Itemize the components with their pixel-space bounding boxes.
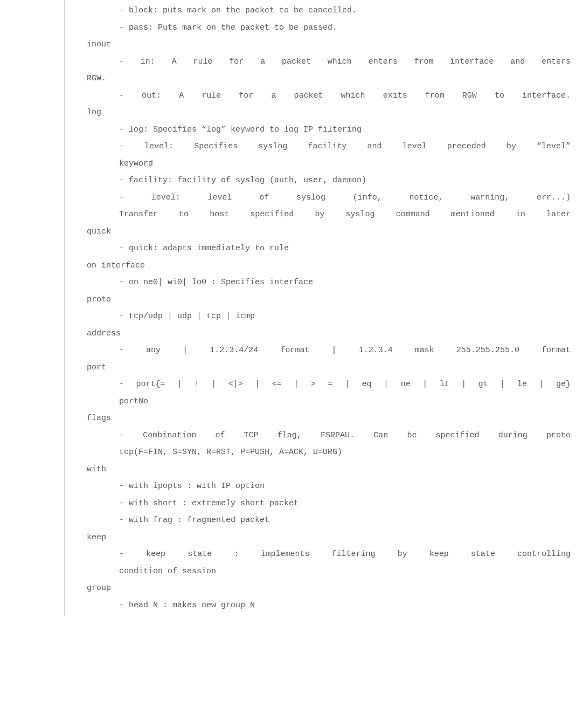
doc-line: - quick: adapts immediately to rule xyxy=(87,240,571,257)
doc-line: - Combination of TCP flag, FSRPAU. Can b… xyxy=(87,427,571,444)
doc-line: RGW. xyxy=(87,70,571,87)
doc-line: - keep state : implements filtering by k… xyxy=(87,546,571,563)
doc-line: - log: Specifies “log” keyword to log IP… xyxy=(87,121,571,139)
doc-line: - level: level of syslog (info, notice, … xyxy=(87,189,571,207)
doc-line: - head N : makes new group N xyxy=(87,597,571,614)
doc-line: - any | 1.2.3.4/24 format | 1.2.3.4 mask… xyxy=(87,342,571,359)
doc-line: - port{= | ! | <|> | <= | > = | eq | ne … xyxy=(87,376,571,393)
doc-line: Transfer to host specified by syslog com… xyxy=(87,206,571,223)
doc-line: - in: A rule for a packet which enters f… xyxy=(87,53,571,71)
doc-line: keep xyxy=(87,529,571,546)
doc-line: - block: puts mark on the packet to be c… xyxy=(87,2,571,19)
doc-line: port xyxy=(87,359,571,376)
document-page: - block: puts mark on the packet to be c… xyxy=(65,0,576,616)
doc-line: address xyxy=(87,325,571,342)
doc-line: - with short : extremely short packet xyxy=(87,495,571,512)
doc-line: group xyxy=(87,580,571,597)
doc-line: log xyxy=(87,104,571,121)
doc-line: tcp(F=FIN, S=SYN, R=RST, P=PUSH, A=ACK, … xyxy=(87,444,571,461)
doc-line: flags xyxy=(87,410,571,427)
doc-line: proto xyxy=(87,291,571,308)
doc-line: - level: Specifies syslog facility and l… xyxy=(87,138,571,155)
doc-line: - pass: Puts mark on the packet to be pa… xyxy=(87,19,571,37)
doc-line: keyword xyxy=(87,155,571,173)
doc-line: condition of session xyxy=(87,563,571,580)
doc-line: on interface xyxy=(87,257,571,274)
doc-line: quick xyxy=(87,223,571,241)
doc-line: - out: A rule for a packet which exits f… xyxy=(87,87,571,105)
doc-line: - facility: facility of syslog (auth, us… xyxy=(87,172,571,189)
doc-line: - on ne0| wi0| lo0 : Specifies interface xyxy=(87,274,571,291)
doc-line: inout xyxy=(87,36,571,53)
doc-line: with xyxy=(87,461,571,478)
doc-line: - with frag : fragmented packet xyxy=(87,512,571,529)
doc-line: - tcp/udp | udp | tcp | icmp xyxy=(87,308,571,325)
doc-line: portNo xyxy=(87,393,571,410)
doc-line: - with ipopts : with IP option xyxy=(87,478,571,495)
